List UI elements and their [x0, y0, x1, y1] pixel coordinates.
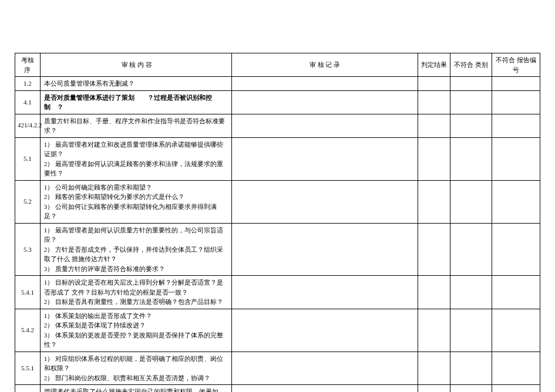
table-row: 5.4.21） 体系策划的输出是否形成了文件？ 2） 体系策划是否体现了持续改进… [15, 309, 540, 352]
cell-rptid [492, 180, 540, 223]
cell-cat [450, 276, 492, 309]
cell-seq: 5.2 [15, 180, 41, 223]
col-reportid: 不符合 报告编号 [492, 53, 540, 77]
cell-cat [450, 309, 492, 352]
header-row: 考核 序 审 核 内 容 审 核 记 录 判定结果 不符合 类别 不符合 报告编… [15, 53, 540, 77]
cell-content: 本公司质量管理体系有无删减？ [40, 77, 232, 91]
col-record: 审 核 记 录 [232, 53, 418, 77]
cell-content: 1） 公司如何确定顾客的需求和期望？ 2） 顾客的需求和期望转化为要求的方式是什… [40, 180, 232, 223]
cell-record [232, 137, 418, 180]
cell-seq: 5.4.1 [15, 276, 41, 309]
cell-seq: 1.2 [15, 77, 41, 91]
cell-rptid [492, 385, 540, 393]
cell-result [418, 180, 450, 223]
col-category: 不符合 类别 [450, 53, 492, 77]
cell-result [418, 137, 450, 180]
cell-rptid [492, 114, 540, 137]
cell-content: 1） 体系策划的输出是否形成了文件？ 2） 体系策划是否体现了持续改进？ 3） … [40, 309, 232, 352]
table-row: 5.4.11） 目标的设定是否在相关层次上得到分解？分解是否适宜？是否形成了 文… [15, 276, 540, 309]
cell-result [418, 352, 450, 385]
cell-result [418, 309, 450, 352]
cell-content: 质量方针和目标、手册、程序文件和作业指导书是否符合标准要求？ [40, 114, 232, 137]
cell-cat [450, 180, 492, 223]
cell-rptid [492, 309, 540, 352]
cell-record [232, 77, 418, 91]
cell-content: 管理者代表采取了什么措施来实现自己的职责和权限，效果如何？ [40, 385, 232, 393]
cell-record [232, 180, 418, 223]
cell-cat [450, 137, 492, 180]
cell-content: 1） 最高管理者是如何认识质量方针的重要性的，与公司宗旨适应？ 2） 方针是否形… [40, 223, 232, 276]
cell-seq: 5.4.2 [15, 309, 41, 352]
cell-record [232, 114, 418, 137]
cell-rptid [492, 223, 540, 276]
table-row: 5.21） 公司如何确定顾客的需求和期望？ 2） 顾客的需求和期望转化为要求的方… [15, 180, 540, 223]
cell-result [418, 114, 450, 137]
cell-rptid [492, 276, 540, 309]
cell-result [418, 77, 450, 91]
table-row: 5.5.11） 对应组织体系各过程的职能，是否明确了相应的职责、岗位和权限？ 2… [15, 352, 540, 385]
table-row: 5.31） 最高管理者是如何认识质量方针的重要性的，与公司宗旨适应？ 2） 方针… [15, 223, 540, 276]
cell-cat [450, 223, 492, 276]
cell-result [418, 385, 450, 393]
cell-content: 是否对质量管理体系进行了策划 ？过程是否被识别和控制 ？ [40, 90, 232, 114]
cell-record [232, 352, 418, 385]
cell-rptid [492, 90, 540, 114]
cell-content: 1） 对应组织体系各过程的职能，是否明确了相应的职责、岗位和权限？ 2） 部门和… [40, 352, 232, 385]
cell-content: 1） 最高管理者对建立和改进质量管理体系的承诺能够提供哪些证据？ 2） 最高管理… [40, 137, 232, 180]
table-row: 4.1是否对质量管理体系进行了策划 ？过程是否被识别和控制 ？ [15, 90, 540, 114]
cell-seq: 421/4.2.2 [15, 114, 41, 137]
cell-record [232, 276, 418, 309]
cell-record [232, 90, 418, 114]
col-seq: 考核 序 [15, 53, 41, 77]
cell-seq: 5.5.2 [15, 385, 41, 393]
cell-content: 1） 目标的设定是否在相关层次上得到分解？分解是否适宜？是否形成了 文件？目标与… [40, 276, 232, 309]
cell-result [418, 90, 450, 114]
cell-seq: 5.5.1 [15, 352, 41, 385]
table-row: 5.11） 最高管理者对建立和改进质量管理体系的承诺能够提供哪些证据？ 2） 最… [15, 137, 540, 180]
table-row: 1.2本公司质量管理体系有无删减？ [15, 77, 540, 91]
cell-seq: 5.1 [15, 137, 41, 180]
col-result: 判定结果 [418, 53, 450, 77]
cell-rptid [492, 137, 540, 180]
cell-seq: 5.3 [15, 223, 41, 276]
cell-cat [450, 352, 492, 385]
cell-rptid [492, 77, 540, 91]
cell-rptid [492, 352, 540, 385]
table-row: 5.5.2管理者代表采取了什么措施来实现自己的职责和权限，效果如何？ [15, 385, 540, 393]
cell-seq: 4.1 [15, 90, 41, 114]
cell-record [232, 309, 418, 352]
table-body: 1.2本公司质量管理体系有无删减？ 4.1是否对质量管理体系进行了策划 ？过程是… [15, 77, 540, 393]
col-content: 审 核 内 容 [40, 53, 232, 77]
cell-result [418, 223, 450, 276]
audit-table: 考核 序 审 核 内 容 审 核 记 录 判定结果 不符合 类别 不符合 报告编… [15, 53, 540, 392]
cell-record [232, 223, 418, 276]
cell-result [418, 276, 450, 309]
cell-cat [450, 385, 492, 393]
cell-cat [450, 90, 492, 114]
table-row: 421/4.2.2质量方针和目标、手册、程序文件和作业指导书是否符合标准要求？ [15, 114, 540, 137]
cell-cat [450, 77, 492, 91]
cell-cat [450, 114, 492, 137]
cell-record [232, 385, 418, 393]
